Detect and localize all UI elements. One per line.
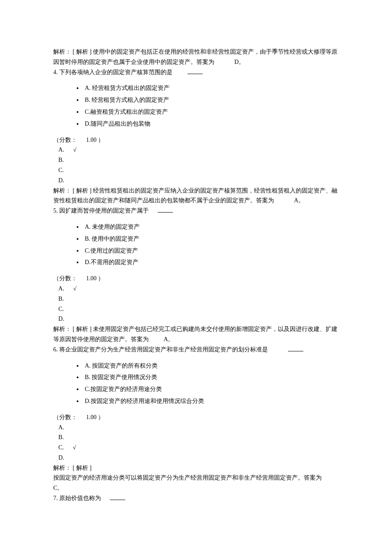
- q4-option-b: B. 经营租赁方式租入的固定资产: [83, 95, 339, 105]
- q6-stem: 6. 将企业固定资产分为生产经营用固定资产和非生产经营用固定资产的划分标准是: [53, 345, 339, 355]
- q6-ans-b: B.: [53, 432, 339, 443]
- q6-number: 6.: [53, 346, 58, 353]
- q4-option-c: C.融资租赁方式租出的固定资产: [83, 107, 339, 117]
- blank-line: [110, 494, 125, 500]
- explain-answer: A。: [164, 336, 174, 342]
- q7-number: 7.: [53, 495, 58, 501]
- q4-answers: （分数： 1.00 ） A. √ B. C. D.: [53, 135, 339, 186]
- q5-stem: 5. 因扩建而暂停使用的固定资产属于: [53, 206, 339, 216]
- explain-answer: D。: [234, 59, 245, 65]
- q5-option-d: D.不需用的固定资产: [83, 257, 339, 267]
- q5-ans-d: D.: [53, 314, 339, 324]
- explain-label: [ 解析 ]: [73, 187, 92, 194]
- q6-score: （分数： 1.00 ）: [53, 412, 339, 423]
- document-page: 解析： [ 解析 ] 使用中的固定资产包括正在使用的经营性和非经营性固定资产，由…: [0, 0, 392, 555]
- q4-option-d: D.随同产品租出的包装物: [83, 119, 339, 129]
- explain-label: [ 解析 ]: [73, 49, 92, 55]
- q5-answers: （分数： 1.00 ） A. √ B. C. D.: [53, 273, 339, 324]
- check-mark-icon: √: [73, 147, 77, 153]
- q5-ans-c: C.: [53, 304, 339, 314]
- check-mark-icon: √: [73, 285, 77, 292]
- q5-option-a: A. 未使用的固定资产: [83, 222, 339, 232]
- q4-number: 4.: [53, 69, 58, 75]
- explain-answer: C。: [53, 485, 63, 491]
- explain-answer: A。: [294, 197, 304, 204]
- q6-explanation-line2: 按固定资产的经济用途分类可以将固定资产分为生产经营用固定资产和非生产经营用固定资…: [53, 473, 339, 483]
- q4-score: （分数： 1.00 ）: [53, 135, 339, 145]
- q6-ans-a: A.: [53, 423, 339, 433]
- explain-text: 未使用固定资产包括已经完工或已购建尚未交付使用的新增固定资产，以及因进行改建、扩…: [53, 326, 337, 342]
- q4-ans-d: D.: [53, 175, 339, 186]
- q7-text: 原始价值也称为: [59, 495, 101, 501]
- q6-explanation-answer: C。: [53, 483, 339, 493]
- q6-ans-c: C. √: [53, 443, 339, 453]
- q4-explanation: 解析： [ 解析 ] 经营性租赁租出的固定资产应纳入企业的固定资产核算范围，经营…: [53, 186, 339, 206]
- blank-line: [187, 68, 203, 74]
- q5-score: （分数： 1.00 ）: [53, 273, 339, 284]
- explain-label: [ 解析 ]: [73, 465, 92, 471]
- explain-text: 按固定资产的经济用途分类可以将固定资产分为生产经营用固定资产和非生产经营用固定资…: [53, 474, 322, 481]
- q4-text: 下列各项纳入企业的固定资产核算范围的是: [59, 69, 173, 75]
- explain-prefix: 解析：: [53, 49, 71, 55]
- q5-number: 5.: [53, 207, 58, 214]
- explain-prefix: 解析：: [53, 465, 71, 471]
- q6-option-a: A. 按固定资产的所有权分类: [83, 361, 339, 371]
- explain-label: [ 解析 ]: [73, 326, 92, 332]
- q4-ans-c: C.: [53, 165, 339, 175]
- q6-answers: （分数： 1.00 ） A. B. C. √ D.: [53, 412, 339, 463]
- q4-option-a: A. 经营租赁方式租出的固定资产: [83, 83, 339, 93]
- q5-option-b: B. 使用中的固定资产: [83, 234, 339, 244]
- explain-prefix: 解析：: [53, 187, 71, 194]
- q4-options: A. 经营租赁方式租出的固定资产 B. 经营租赁方式租入的固定资产 C.融资租赁…: [53, 83, 339, 129]
- q5-text: 因扩建而暂停使用的固定资产属于: [59, 207, 149, 214]
- q6-ans-d: D.: [53, 453, 339, 463]
- q4-ans-b: B.: [53, 155, 339, 165]
- q6-text: 将企业固定资产分为生产经营用固定资产和非生产经营用固定资产的划分标准是: [59, 346, 268, 353]
- q5-ans-a: A. √: [53, 284, 339, 294]
- q5-option-c: C.使用过的固定资产: [83, 246, 339, 256]
- q6-options: A. 按固定资产的所有权分类 B. 按固定资产使用情况分类 C.按固定资产的经济…: [53, 361, 339, 406]
- q5-explanation: 解析： [ 解析 ] 未使用固定资产包括已经完工或已购建尚未交付使用的新增固定资…: [53, 324, 339, 345]
- q4-ans-a: A. √: [53, 145, 339, 155]
- blank-line: [158, 207, 173, 213]
- q4-stem: 4. 下列各项纳入企业的固定资产核算范围的是: [53, 67, 339, 78]
- q5-options: A. 未使用的固定资产 B. 使用中的固定资产 C.使用过的固定资产 D.不需用…: [53, 222, 339, 267]
- q6-option-b: B. 按固定资产使用情况分类: [83, 372, 339, 382]
- check-mark-icon: √: [73, 444, 76, 451]
- blank-line: [288, 345, 303, 351]
- q7-stem: 7. 原始价值也称为: [53, 493, 339, 503]
- q6-option-c: C.按固定资产的经济用途分类: [83, 384, 339, 394]
- q5-ans-b: B.: [53, 294, 339, 304]
- q6-explanation-line1: 解析： [ 解析 ]: [53, 463, 339, 473]
- explain-text: 使用中的固定资产包括正在使用的经营性和非经营性固定资产，由于季节性经营或大修理等…: [53, 49, 337, 65]
- explain-prefix: 解析：: [53, 326, 71, 332]
- q6-option-d: D.按固定资产的经济用途和使用情况综合分类: [83, 396, 339, 406]
- prev-explanation: 解析： [ 解析 ] 使用中的固定资产包括正在使用的经营性和非经营性固定资产，由…: [53, 47, 339, 67]
